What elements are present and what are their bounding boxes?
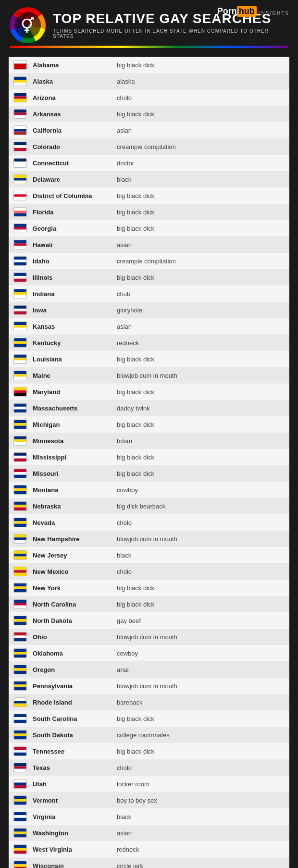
svg-rect-115: [14, 652, 26, 654]
svg-rect-123: [14, 698, 26, 701]
table-row: Kansas asian: [9, 318, 289, 335]
state-flag: [12, 174, 28, 185]
table-row: Iowa gloryhole: [9, 302, 289, 318]
state-name: Colorado: [33, 143, 117, 150]
svg-rect-142: [14, 799, 26, 801]
svg-rect-88: [14, 505, 26, 507]
table-row: New Hampshire blowjob cum in mouth: [9, 531, 289, 547]
table-row: Oklahoma cowboy: [9, 645, 289, 661]
svg-rect-42: [14, 257, 26, 260]
svg-rect-18: [14, 126, 26, 129]
search-term: alaska: [117, 78, 286, 85]
state-name: Texas: [33, 764, 117, 771]
table-row: Alabama big black dick: [9, 57, 289, 73]
svg-rect-36: [14, 224, 26, 227]
svg-rect-59: [14, 344, 26, 347]
svg-rect-54: [14, 322, 26, 325]
svg-rect-107: [14, 606, 26, 608]
svg-rect-128: [14, 720, 26, 723]
svg-rect-39: [14, 240, 26, 243]
search-term: gay beef: [117, 617, 286, 624]
search-term: circle jerk: [117, 862, 286, 868]
search-term: cholo: [117, 519, 286, 526]
state-name: District of Columbia: [33, 192, 117, 199]
svg-rect-86: [14, 491, 26, 494]
svg-rect-113: [14, 638, 26, 641]
svg-rect-144: [14, 812, 26, 815]
search-term: cowboy: [117, 486, 286, 494]
state-name: Alaska: [33, 78, 117, 85]
svg-rect-68: [14, 393, 26, 396]
state-flag: [12, 272, 28, 283]
svg-rect-143: [14, 802, 26, 805]
svg-rect-136: [14, 766, 26, 769]
state-name: Kentucky: [33, 339, 117, 347]
table-row: Colorado creampie compilation: [9, 138, 289, 155]
search-term: black: [117, 176, 286, 183]
state-name: Louisiana: [33, 356, 117, 363]
table-row: Minnesota bdsm: [9, 433, 289, 449]
search-term: blowjob cum in mouth: [117, 535, 286, 543]
state-flag: [12, 468, 28, 479]
svg-rect-17: [14, 115, 26, 118]
table-row: Tennessee big black dick: [9, 743, 289, 759]
svg-rect-87: [14, 502, 26, 505]
search-term: blowjob cum in mouth: [117, 682, 286, 690]
svg-rect-84: [14, 485, 26, 488]
state-name: Montana: [33, 486, 117, 494]
state-flag: [12, 550, 28, 560]
state-name: Delaware: [33, 176, 117, 183]
state-name: Oregon: [33, 666, 117, 673]
search-term: college roommates: [117, 732, 286, 739]
state-flag: [12, 681, 28, 691]
state-flag: [12, 746, 28, 756]
state-flag: [12, 583, 28, 593]
svg-rect-48: [14, 289, 26, 292]
search-term: big black dick: [117, 274, 286, 281]
state-flag: [12, 92, 28, 103]
state-name: Nevada: [33, 519, 117, 526]
state-name: North Carolina: [33, 601, 117, 608]
search-term: cowboy: [117, 650, 286, 657]
table-row: Ohio blowjob cum in mouth: [9, 629, 289, 645]
search-term: doctor: [117, 160, 286, 167]
svg-rect-16: [14, 112, 26, 115]
svg-rect-96: [14, 551, 26, 554]
state-name: Washington: [33, 830, 117, 837]
state-flag: [12, 501, 28, 511]
svg-rect-106: [14, 603, 26, 605]
gender-symbol-icon: [14, 12, 41, 38]
state-name: Wisconsin: [33, 862, 117, 868]
svg-rect-53: [14, 311, 26, 314]
table-row: Texas cholo: [9, 759, 289, 776]
state-flag: [12, 337, 28, 348]
table-row: New Mexico cholo: [9, 563, 289, 580]
state-name: Kansas: [33, 323, 117, 330]
svg-rect-70: [14, 407, 26, 409]
state-flag: [12, 762, 28, 773]
state-flag: [12, 664, 28, 675]
state-name: Utah: [33, 781, 117, 788]
svg-rect-65: [14, 377, 26, 380]
svg-rect-111: [14, 632, 26, 635]
search-term: creampie compilation: [117, 258, 286, 265]
state-flag: [12, 223, 28, 234]
table-row: Nevada cholo: [9, 514, 289, 531]
state-name: Missouri: [33, 470, 117, 477]
svg-rect-150: [14, 845, 26, 848]
state-flag: [12, 125, 28, 136]
svg-rect-51: [14, 306, 26, 309]
svg-rect-94: [14, 537, 26, 540]
svg-rect-41: [14, 246, 26, 249]
svg-rect-140: [14, 785, 26, 788]
table-row: Maryland big black dick: [9, 384, 289, 400]
svg-rect-103: [14, 586, 26, 589]
table-row: South Dakota college roommates: [9, 727, 289, 743]
svg-rect-7: [14, 63, 26, 66]
table-row: Massachusetts daddy twink: [9, 400, 289, 416]
state-flag: [12, 288, 28, 299]
svg-rect-80: [14, 459, 26, 461]
svg-rect-62: [14, 360, 26, 363]
state-flag: [12, 697, 28, 707]
svg-rect-13: [14, 96, 26, 99]
